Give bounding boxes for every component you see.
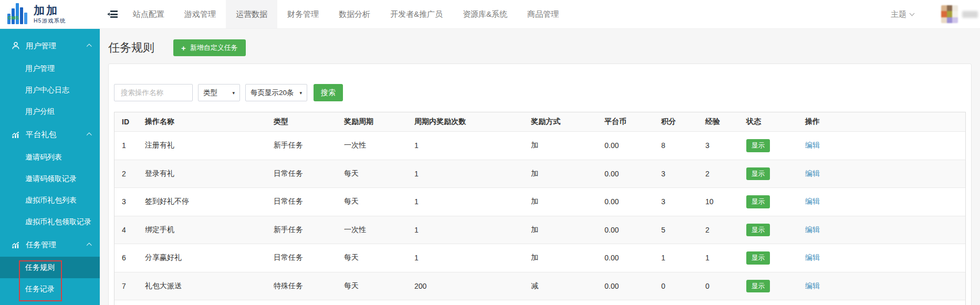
cell-name: 绑定手机: [138, 216, 266, 244]
chevron-up-icon: [87, 132, 92, 138]
cell-period: 一次性: [337, 216, 407, 244]
nav-item[interactable]: 数据分析: [329, 0, 380, 28]
cell-method: 减: [524, 272, 597, 300]
sidebar-item[interactable]: 用户中心日志: [0, 79, 100, 101]
nav-item[interactable]: 游戏管理: [174, 0, 226, 28]
cell-coin: 0.00: [597, 188, 654, 216]
cell-period: 每天: [337, 188, 407, 216]
avatar[interactable]: [941, 5, 958, 23]
sidebar-section[interactable]: 平台礼包: [0, 122, 100, 146]
column-header: 状态: [739, 112, 798, 132]
cell-points: 1: [654, 244, 698, 272]
cell-method: 加: [524, 244, 597, 272]
status-badge[interactable]: 显示: [746, 195, 770, 208]
nav-item[interactable]: 资源库&系统: [453, 0, 517, 28]
status-badge[interactable]: 显示: [746, 167, 770, 181]
column-header: 类型: [266, 112, 337, 132]
nav-item[interactable]: 商品管理: [517, 0, 569, 28]
edit-link[interactable]: 编辑: [805, 169, 820, 177]
column-header: 积分: [654, 112, 698, 132]
sidebar-item[interactable]: 任务记录: [0, 278, 100, 300]
task-table: ID操作名称类型奖励周期周期内奖励次数奖励方式平台币积分经验状态操作 1注册有礼…: [114, 112, 966, 305]
cell-times: 1: [407, 244, 524, 272]
edit-link[interactable]: 编辑: [805, 225, 820, 234]
nav-item[interactable]: 开发者&推广员: [380, 0, 453, 28]
cell-points: 3: [654, 188, 698, 216]
status-badge[interactable]: 显示: [746, 280, 770, 293]
cell-times: 200: [407, 272, 524, 300]
cell-coin: 0.00: [597, 272, 654, 300]
search-button[interactable]: 搜索: [314, 84, 343, 101]
sidebar-item[interactable]: 用户分组: [0, 101, 100, 122]
nav-item[interactable]: 站点配置: [123, 0, 174, 28]
top-header: CMS 加加 H5游戏系统 站点配置游戏管理运营数据财务管理数据分析开发者&推广…: [0, 0, 980, 29]
edit-link[interactable]: 编辑: [805, 197, 820, 205]
table-row: 1注册有礼新手任务一次性1加0.0083显示编辑: [114, 132, 965, 160]
username-blurred: [962, 11, 978, 18]
cell-name: 签到好礼不停: [138, 188, 266, 216]
column-header: 周期内奖励次数: [407, 112, 524, 132]
sidebar-section[interactable]: 任务管理: [0, 233, 100, 257]
brand-logo: CMS 加加 H5游戏系统: [0, 0, 100, 28]
sidebar-item[interactable]: 虚拟币礼包领取记录: [0, 211, 100, 233]
cell-exp: 1: [698, 244, 739, 272]
status-badge[interactable]: 显示: [746, 139, 770, 152]
cell-type: 日常任务: [266, 188, 337, 216]
cell-id: 3: [114, 188, 138, 216]
edit-link[interactable]: 编辑: [805, 253, 820, 261]
cell-id: 6: [114, 244, 138, 272]
select-arrow-icon: ▾: [299, 90, 302, 96]
cell-method: 加: [524, 132, 597, 160]
theme-dropdown[interactable]: 主题: [891, 9, 914, 19]
cell-period: 每天: [337, 272, 407, 300]
nav-item[interactable]: 财务管理: [277, 0, 329, 28]
brand-logo-icon: CMS: [7, 3, 29, 25]
cell-exp: 10: [698, 188, 739, 216]
cell-points: 0: [654, 272, 698, 300]
cell-period: 一次性: [337, 132, 407, 160]
cell-type: 日常任务: [266, 244, 337, 272]
cell-period: 每天: [337, 244, 407, 272]
chevron-up-icon: [87, 44, 92, 49]
cell-period: 每天: [337, 300, 407, 305]
cell-type: 新手任务: [266, 216, 337, 244]
chevron-down-icon: [910, 10, 915, 16]
cell-name: 礼包大派送: [138, 272, 266, 300]
sidebar-section[interactable]: 用户管理: [0, 34, 100, 58]
status-badge[interactable]: 显示: [746, 224, 770, 237]
edit-link[interactable]: 编辑: [805, 281, 820, 290]
cell-points: 5: [654, 216, 698, 244]
chart-icon: [12, 130, 20, 139]
cell-points: 3: [654, 160, 698, 188]
cell-times: 1: [407, 188, 524, 216]
cell-points: 2: [654, 300, 698, 305]
type-select[interactable]: 类型▾: [198, 84, 240, 101]
sidebar-item[interactable]: 用户管理: [0, 58, 100, 79]
add-custom-task-button[interactable]: + 新增自定义任务: [173, 39, 246, 56]
sidebar-item[interactable]: 邀请码列表: [0, 146, 100, 168]
cell-type: 日常任务: [266, 160, 337, 188]
cell-times: 5: [407, 300, 524, 305]
sidebar-item[interactable]: 虚拟币礼包列表: [0, 190, 100, 211]
sidebar-item[interactable]: 邀请码领取记录: [0, 168, 100, 190]
search-input[interactable]: [114, 84, 193, 101]
sidebar-toggle-icon[interactable]: [107, 10, 118, 18]
cell-name: 分享赢好礼: [138, 244, 266, 272]
column-header: 奖励方式: [524, 112, 597, 132]
page-size-select[interactable]: 每页显示20条▾: [245, 84, 307, 101]
edit-link[interactable]: 编辑: [805, 141, 820, 149]
nav-item[interactable]: 运营数据: [226, 0, 277, 28]
cell-name: 注册有礼: [138, 132, 266, 160]
table-row: 4绑定手机新手任务一次性1加0.0052显示编辑: [114, 216, 965, 244]
sidebar-item[interactable]: 任务规则: [0, 257, 100, 278]
cell-exp: 2: [698, 160, 739, 188]
cell-id: 1: [114, 132, 138, 160]
column-header: 奖励周期: [337, 112, 407, 132]
cell-coin: 0.00: [597, 160, 654, 188]
cell-id: 8: [114, 300, 138, 305]
table-header-row: ID操作名称类型奖励周期周期内奖励次数奖励方式平台币积分经验状态操作: [114, 112, 965, 132]
brand-subtitle: H5游戏系统: [34, 18, 66, 24]
main-content: 任务规则 + 新增自定义任务 类型▾ 每页显示20条▾ 搜索 ID操作名称类型奖…: [100, 29, 980, 305]
status-badge[interactable]: 显示: [746, 251, 770, 265]
content-card: 类型▾ 每页显示20条▾ 搜索 ID操作名称类型奖励周期周期内奖励次数奖励方式平…: [108, 64, 972, 305]
